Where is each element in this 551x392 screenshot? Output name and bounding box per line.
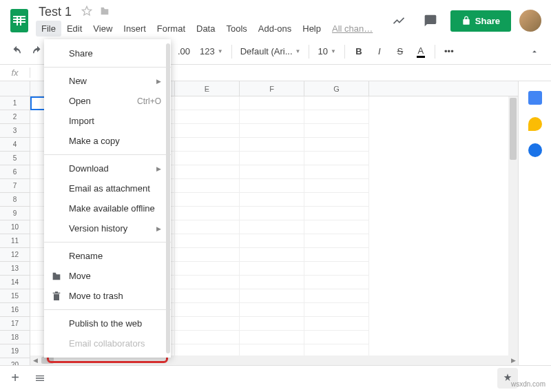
cell[interactable] bbox=[240, 303, 304, 317]
cell[interactable] bbox=[304, 262, 369, 276]
cell[interactable] bbox=[304, 165, 369, 179]
menu-view[interactable]: View bbox=[87, 21, 118, 37]
cell[interactable] bbox=[304, 193, 369, 207]
cell[interactable] bbox=[175, 152, 240, 165]
cell[interactable] bbox=[175, 96, 240, 110]
menu-changes[interactable]: All chan… bbox=[326, 21, 378, 37]
sheet-menu-button[interactable] bbox=[30, 369, 50, 388]
cell[interactable] bbox=[175, 289, 240, 303]
activity-icon[interactable] bbox=[387, 9, 410, 32]
cell[interactable] bbox=[304, 96, 369, 110]
comment-icon[interactable] bbox=[419, 9, 442, 32]
menu-tools[interactable]: Tools bbox=[220, 21, 252, 37]
cell[interactable] bbox=[175, 207, 240, 220]
row-header[interactable]: 20 bbox=[0, 358, 30, 365]
file-menu-new[interactable]: New▶ bbox=[44, 71, 171, 91]
row-header[interactable]: 6 bbox=[0, 165, 30, 179]
row-header[interactable]: 15 bbox=[0, 289, 30, 303]
cell[interactable] bbox=[304, 124, 369, 138]
file-menu-import[interactable]: Import bbox=[44, 111, 171, 131]
cell[interactable] bbox=[240, 289, 304, 303]
calendar-addon-icon[interactable] bbox=[528, 91, 542, 105]
document-title[interactable]: Test 1 bbox=[36, 5, 74, 19]
cell[interactable] bbox=[30, 207, 45, 220]
cell[interactable] bbox=[175, 165, 240, 179]
file-menu-offline[interactable]: Make available offline bbox=[44, 198, 171, 218]
menu-edit[interactable]: Edit bbox=[61, 21, 87, 37]
text-color-button[interactable]: A bbox=[411, 42, 430, 61]
share-button[interactable]: Share bbox=[450, 10, 511, 32]
cell[interactable] bbox=[304, 179, 369, 193]
undo-button[interactable] bbox=[7, 42, 26, 61]
cell[interactable] bbox=[175, 124, 240, 138]
row-header[interactable]: 17 bbox=[0, 317, 30, 331]
tasks-addon-icon[interactable] bbox=[528, 143, 542, 157]
file-menu-download[interactable]: Download▶ bbox=[44, 158, 171, 178]
cell[interactable] bbox=[240, 179, 304, 193]
star-icon[interactable] bbox=[81, 6, 92, 19]
cell[interactable] bbox=[304, 248, 369, 262]
row-header[interactable]: 19 bbox=[0, 344, 30, 358]
avatar[interactable] bbox=[519, 10, 541, 32]
row-header[interactable]: 13 bbox=[0, 262, 30, 276]
cell[interactable] bbox=[175, 138, 240, 152]
font-select[interactable]: Default (Ari...▼ bbox=[236, 43, 305, 59]
file-menu-share[interactable]: Share bbox=[44, 43, 171, 63]
file-menu-rename[interactable]: Rename bbox=[44, 246, 171, 266]
row-header[interactable]: 7 bbox=[0, 179, 30, 193]
column-header[interactable]: G bbox=[304, 81, 369, 96]
italic-button[interactable]: I bbox=[370, 42, 389, 61]
font-size[interactable]: 10▼ bbox=[313, 43, 340, 59]
file-menu-email-collab[interactable]: Email collaborators bbox=[44, 333, 171, 353]
cell[interactable] bbox=[175, 317, 240, 331]
cell[interactable] bbox=[30, 96, 45, 110]
row-header[interactable]: 3 bbox=[0, 124, 30, 138]
cell[interactable] bbox=[30, 289, 45, 303]
cell[interactable] bbox=[304, 207, 369, 220]
file-menu-version[interactable]: Version history▶ bbox=[44, 218, 171, 238]
cell[interactable] bbox=[175, 262, 240, 276]
menu-data[interactable]: Data bbox=[191, 21, 220, 37]
decrease-decimal[interactable]: .00 bbox=[174, 43, 194, 59]
cell[interactable] bbox=[240, 207, 304, 220]
cell[interactable] bbox=[30, 234, 45, 248]
sheets-logo[interactable] bbox=[6, 7, 33, 34]
collapse-toolbar[interactable] bbox=[525, 42, 544, 61]
cell[interactable] bbox=[240, 331, 304, 344]
row-header[interactable]: 2 bbox=[0, 110, 30, 124]
column-header[interactable]: F bbox=[240, 81, 304, 96]
cell[interactable] bbox=[240, 96, 304, 110]
cell[interactable] bbox=[30, 152, 45, 165]
menu-addons[interactable]: Add-ons bbox=[253, 21, 297, 37]
vertical-scrollbar[interactable] bbox=[508, 96, 518, 355]
row-header[interactable]: 16 bbox=[0, 303, 30, 317]
cell[interactable] bbox=[30, 124, 45, 138]
cell[interactable] bbox=[240, 138, 304, 152]
cell[interactable] bbox=[304, 234, 369, 248]
row-header[interactable]: 4 bbox=[0, 138, 30, 152]
row-header[interactable]: 18 bbox=[0, 331, 30, 344]
cell[interactable] bbox=[30, 248, 45, 262]
file-menu-trash[interactable]: Move to trash bbox=[44, 286, 171, 306]
row-header[interactable]: 11 bbox=[0, 234, 30, 248]
row-header[interactable]: 12 bbox=[0, 248, 30, 262]
file-menu-open[interactable]: OpenCtrl+O bbox=[44, 91, 171, 111]
cell[interactable] bbox=[240, 262, 304, 276]
cell[interactable] bbox=[240, 165, 304, 179]
cell[interactable] bbox=[30, 193, 45, 207]
cell[interactable] bbox=[240, 193, 304, 207]
cell[interactable] bbox=[175, 220, 240, 234]
cell[interactable] bbox=[30, 331, 45, 344]
cell[interactable] bbox=[30, 303, 45, 317]
cell[interactable] bbox=[240, 317, 304, 331]
menu-file[interactable]: File bbox=[36, 21, 61, 37]
row-header[interactable]: 14 bbox=[0, 276, 30, 289]
column-header[interactable]: E bbox=[175, 81, 240, 96]
cell[interactable] bbox=[30, 110, 45, 124]
file-menu-email-attach[interactable]: Email as attachment bbox=[44, 178, 171, 198]
select-all-corner[interactable] bbox=[0, 81, 30, 96]
cell[interactable] bbox=[240, 276, 304, 289]
cell[interactable] bbox=[30, 179, 45, 193]
cell[interactable] bbox=[30, 276, 45, 289]
cell[interactable] bbox=[240, 220, 304, 234]
